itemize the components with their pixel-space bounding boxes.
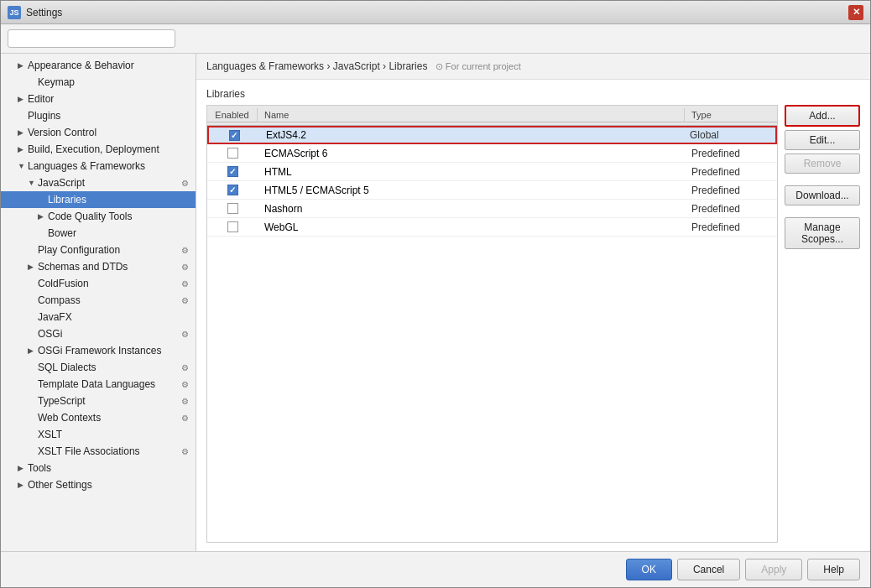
add-button[interactable]: Add... [785, 105, 860, 127]
separator [785, 177, 860, 182]
table-header: Enabled Name Type [207, 106, 777, 126]
sidebar-item-javascript[interactable]: ▼ JavaScript ⚙ [1, 174, 196, 191]
gear-icon: ⚙ [181, 414, 189, 423]
separator [785, 209, 860, 214]
main-content: ▶ Appearance & Behavior Keymap ▶ Editor … [1, 54, 870, 551]
sidebar-item-keymap[interactable]: Keymap [1, 74, 196, 91]
sidebar-label: Template Data Languages [38, 378, 155, 390]
sidebar-label: Other Settings [28, 479, 92, 491]
sidebar-item-tools[interactable]: ▶ Tools [1, 460, 196, 476]
sidebar-item-sql-dialects[interactable]: SQL Dialects ⚙ [1, 359, 196, 376]
sidebar-item-javafx[interactable]: JavaFX [1, 309, 196, 325]
sidebar-item-xslt[interactable]: XSLT [1, 426, 196, 443]
arrow-icon: ▼ [18, 162, 24, 170]
download-button[interactable]: Download... [785, 185, 860, 206]
sidebar-item-compass[interactable]: Compass ⚙ [1, 292, 196, 309]
sidebar-item-bower[interactable]: Bower [1, 225, 196, 242]
checkbox-cell [207, 164, 258, 179]
sidebar-label: Code Quality Tools [48, 211, 133, 222]
sidebar-item-schemas[interactable]: ▶ Schemas and DTDs ⚙ [1, 258, 196, 275]
project-scope-label: ⊙ For current project [436, 61, 521, 71]
library-name: Nashorn [258, 201, 685, 216]
gear-icon: ⚙ [181, 397, 189, 406]
sidebar-item-template-data[interactable]: Template Data Languages ⚙ [1, 376, 196, 393]
arrow-icon: ▶ [18, 61, 24, 70]
row-checkbox[interactable] [229, 130, 240, 141]
title-bar: JS Settings ✕ [1, 1, 870, 24]
sidebar-item-osgi-framework[interactable]: ▶ OSGi Framework Instances [1, 342, 196, 359]
arrow-icon: ▶ [18, 95, 24, 103]
library-name: HTML5 / ECMAScript 5 [258, 183, 685, 198]
col-enabled-header: Enabled [207, 108, 258, 122]
search-input[interactable] [8, 29, 175, 48]
sidebar-item-web-contexts[interactable]: Web Contexts ⚙ [1, 409, 196, 426]
sidebar-label: OSGi Framework Instances [38, 345, 161, 356]
sidebar: ▶ Appearance & Behavior Keymap ▶ Editor … [1, 54, 196, 551]
sidebar-item-build-execution[interactable]: ▶ Build, Execution, Deployment [1, 141, 196, 158]
sidebar-item-code-quality[interactable]: ▶ Code Quality Tools [1, 208, 196, 225]
breadcrumb-path: Languages & Frameworks › JavaScript › Li… [206, 60, 427, 72]
gear-icon: ⚙ [181, 296, 189, 305]
library-type: Predefined [685, 183, 777, 198]
gear-icon: ⚙ [181, 179, 189, 188]
edit-button[interactable]: Edit... [785, 130, 860, 150]
table-row[interactable]: HTML Predefined [207, 163, 777, 181]
sidebar-label: Web Contexts [38, 412, 101, 424]
panel-title: Libraries [206, 88, 860, 100]
sidebar-label: ColdFusion [38, 278, 89, 289]
sidebar-item-plugins[interactable]: Plugins [1, 107, 196, 124]
table-row[interactable]: Nashorn Predefined [207, 200, 777, 218]
table-row[interactable]: HTML5 / ECMAScript 5 Predefined [207, 181, 777, 200]
table-row[interactable]: ECMAScript 6 Predefined [207, 144, 777, 163]
sidebar-label: Libraries [48, 194, 86, 206]
sidebar-item-osgi[interactable]: OSGi ⚙ [1, 325, 196, 342]
table-row[interactable]: ExtJS4.2 Global [207, 126, 777, 144]
arrow-icon: ▶ [18, 145, 24, 154]
row-checkbox[interactable] [227, 203, 238, 214]
help-button[interactable]: Help [807, 559, 860, 580]
sidebar-label: Play Configuration [38, 244, 120, 256]
close-button[interactable]: ✕ [848, 5, 863, 20]
sidebar-item-version-control[interactable]: ▶ Version Control [1, 124, 196, 141]
row-checkbox[interactable] [227, 185, 238, 195]
sidebar-item-libraries[interactable]: Libraries [1, 191, 196, 208]
title-bar-left: JS Settings [8, 6, 62, 19]
sidebar-label: Tools [28, 462, 51, 474]
sidebar-item-languages[interactable]: ▼ Languages & Frameworks [1, 158, 196, 174]
sidebar-label: JavaScript [38, 177, 85, 189]
arrow-icon: ▶ [18, 464, 24, 472]
sidebar-item-appearance[interactable]: ▶ Appearance & Behavior [1, 57, 196, 74]
library-name: HTML [258, 164, 685, 180]
sidebar-label: Plugins [28, 110, 60, 122]
library-name: ECMAScript 6 [258, 146, 685, 161]
manage-scopes-button[interactable]: Manage Scopes... [785, 217, 860, 249]
remove-button[interactable]: Remove [785, 154, 860, 174]
row-checkbox[interactable] [227, 221, 238, 232]
row-checkbox[interactable] [227, 166, 238, 177]
arrow-icon: ▶ [28, 346, 34, 355]
arrow-icon: ▶ [18, 128, 24, 137]
cancel-button[interactable]: Cancel [677, 559, 740, 580]
settings-window: JS Settings ✕ ▶ Appearance & Behavior Ke… [0, 0, 871, 588]
footer: OK Cancel Apply Help [1, 551, 870, 587]
checkbox-cell [209, 128, 259, 143]
col-type-header: Type [685, 108, 777, 122]
sidebar-item-play-config[interactable]: Play Configuration ⚙ [1, 242, 196, 258]
table-row[interactable]: WebGL Predefined [207, 218, 777, 237]
sidebar-item-xslt-file[interactable]: XSLT File Associations ⚙ [1, 443, 196, 460]
sidebar-label: Keymap [38, 76, 75, 88]
window-title: Settings [26, 7, 62, 18]
apply-button[interactable]: Apply [745, 559, 802, 580]
row-checkbox[interactable] [227, 148, 238, 159]
sidebar-label: Schemas and DTDs [38, 261, 128, 273]
sidebar-item-typescript[interactable]: TypeScript ⚙ [1, 393, 196, 409]
arrow-icon: ▶ [28, 263, 34, 271]
col-name-header: Name [258, 108, 685, 122]
sidebar-label: SQL Dialects [38, 362, 96, 373]
sidebar-item-editor[interactable]: ▶ Editor [1, 91, 196, 107]
sidebar-label: Compass [38, 294, 81, 306]
ok-button[interactable]: OK [626, 559, 672, 580]
sidebar-item-coldfusion[interactable]: ColdFusion ⚙ [1, 275, 196, 292]
gear-icon: ⚙ [181, 263, 189, 272]
sidebar-item-other-settings[interactable]: ▶ Other Settings [1, 476, 196, 493]
